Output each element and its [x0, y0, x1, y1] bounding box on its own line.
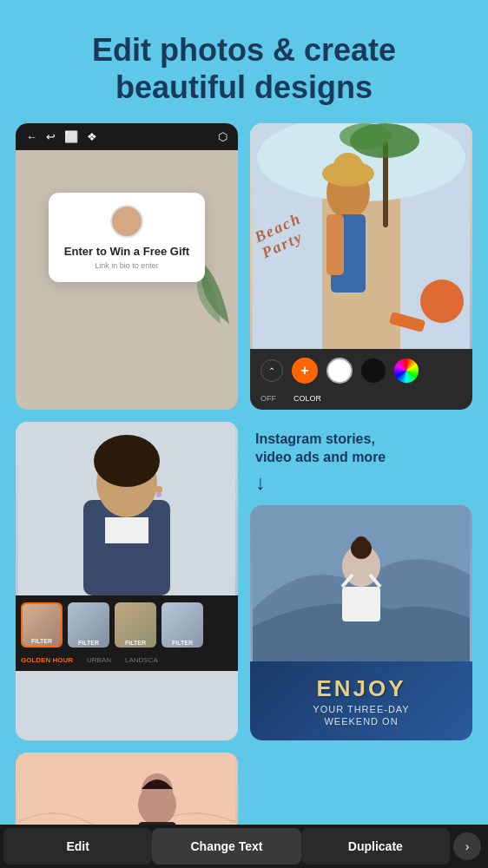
page-title: Edit photos & create beautiful designs: [35, 31, 453, 106]
edit-button[interactable]: Edit: [3, 828, 152, 865]
beach-add-button[interactable]: +: [292, 358, 318, 384]
filter-photo-icon: [16, 422, 238, 595]
right-column: Instagram stories, video ads and more ↓: [250, 422, 472, 740]
filter-2-label: FILTER: [68, 640, 109, 646]
mid-text: Instagram stories, video ads and more ↓: [250, 422, 472, 495]
header: Edit photos & create beautiful designs: [0, 0, 488, 123]
svg-point-20: [156, 492, 162, 497]
filter-name-3: LANDSCA: [125, 656, 158, 664]
middle-grid: FILTER FILTER FILTER FILTER GOLDEN HOUR …: [0, 422, 488, 740]
filter-1-label: FILTER: [23, 638, 61, 644]
action-bar: Edit Change Text Duplicate ›: [0, 825, 488, 868]
beach-label-color: COLOR: [293, 394, 321, 403]
editor-toolbar: ← ↩ ⬜ ❖ ⬡: [16, 123, 238, 150]
change-text-button[interactable]: Change Text: [152, 828, 300, 865]
layers-icon[interactable]: ❖: [87, 130, 97, 143]
beach-toolbar: ⌃ +: [250, 349, 472, 392]
popup-title: Enter to Win a Free Gift: [64, 245, 189, 258]
svg-point-29: [142, 773, 173, 808]
export-icon[interactable]: ⬡: [218, 130, 228, 143]
beach-toolbar-labels: OFF COLOR: [250, 392, 472, 410]
undo-icon[interactable]: ↩: [46, 130, 56, 143]
filter-thumb-2[interactable]: FILTER: [68, 602, 109, 648]
enjoy-sub2: WEEKEND ON: [264, 716, 458, 727]
duplicate-button[interactable]: Duplicate: [301, 828, 450, 865]
enjoy-card: ENJOY YOUR THREE-DAY WEEKEND ON: [250, 505, 472, 740]
svg-rect-8: [326, 214, 344, 275]
svg-point-19: [155, 486, 162, 493]
filter-thumb-3[interactable]: FILTER: [115, 602, 156, 648]
filter-thumb-4[interactable]: FILTER: [162, 602, 203, 648]
popup-card: Enter to Win a Free Gift Link in bio to …: [49, 193, 205, 282]
filter-4-label: FILTER: [162, 640, 203, 646]
toolbar-left-icons: ← ↩ ⬜ ❖: [26, 130, 97, 143]
filter-thumb-1[interactable]: FILTER: [21, 602, 63, 648]
beach-circle-button[interactable]: [326, 358, 353, 384]
editor-content: Enter to Win a Free Gift Link in bio to …: [16, 150, 238, 324]
beach-card: BeachParty ⌃ + OFF COLOR: [250, 123, 472, 410]
popup-subtitle: Link in bio to enter: [64, 261, 189, 270]
beach-nav-icon[interactable]: ⌃: [260, 359, 283, 382]
crop-icon[interactable]: ⬜: [64, 130, 78, 143]
beach-label-off: OFF: [260, 394, 276, 403]
svg-point-10: [333, 153, 364, 184]
enjoy-title: ENJOY: [264, 675, 458, 702]
enjoy-subtitle: YOUR THREE-DAY: [264, 704, 458, 714]
top-grid: ← ↩ ⬜ ❖ ⬡ Enter to Win a Free Gift Link …: [0, 123, 488, 410]
filter-3-label: FILTER: [115, 640, 156, 646]
filter-card: FILTER FILTER FILTER FILTER GOLDEN HOUR …: [16, 422, 238, 740]
beach-color-button[interactable]: [394, 358, 419, 383]
filter-thumbnails: FILTER FILTER FILTER FILTER: [16, 595, 238, 654]
enjoy-text-section: ENJOY YOUR THREE-DAY WEEKEND ON: [250, 661, 472, 740]
enjoy-photo-icon: [250, 505, 472, 661]
popup-avatar: [110, 205, 143, 238]
svg-point-24: [354, 536, 368, 550]
svg-point-18: [122, 443, 157, 474]
filter-footer: GOLDEN HOUR URBAN LANDSCA: [16, 654, 238, 671]
editor-card: ← ↩ ⬜ ❖ ⬡ Enter to Win a Free Gift Link …: [16, 123, 238, 410]
beach-photo: BeachParty: [250, 123, 472, 349]
filter-photo: [16, 422, 238, 595]
mid-text-line1: Instagram stories,: [255, 431, 472, 449]
svg-point-5: [340, 123, 392, 149]
enjoy-photo: [250, 505, 472, 661]
filter-name-2: URBAN: [87, 656, 111, 664]
svg-rect-25: [342, 587, 380, 621]
action-arrow-button[interactable]: ›: [453, 832, 481, 860]
filter-active-name: GOLDEN HOUR: [21, 656, 73, 664]
arrow-down-icon: ↓: [255, 470, 472, 495]
toolbar-right-icons: ⬡: [218, 130, 228, 143]
back-icon[interactable]: ←: [26, 130, 37, 143]
mid-text-line2: video ads and more: [255, 449, 472, 467]
beach-black-button[interactable]: [361, 358, 386, 383]
svg-rect-14: [105, 517, 148, 543]
